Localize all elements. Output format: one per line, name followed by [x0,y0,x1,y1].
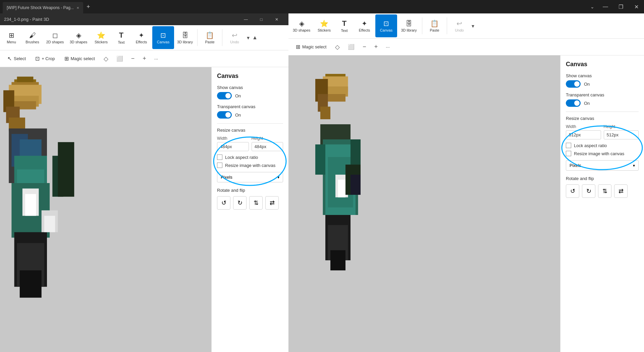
more-action-2[interactable]: ··· [383,43,392,51]
lock-aspect-row-2[interactable]: Lock aspect ratio [566,143,639,148]
show-canvas-value-1: On [235,93,241,98]
minus-action[interactable]: − [128,54,138,63]
toolbar-text[interactable]: T Text [112,26,130,49]
close-btn-1[interactable]: ✕ [269,13,284,25]
lock-aspect-row-1[interactable]: Lock aspect ratio [217,155,283,160]
show-canvas-toggle-1[interactable] [217,92,232,99]
lock-aspect-label-2: Lock aspect ratio [574,143,607,148]
rotate-right-btn-2[interactable]: ↻ [582,184,595,198]
lock-aspect-checkbox-1[interactable] [217,155,222,160]
more-action[interactable]: ··· [152,55,161,63]
toolbar-text-2[interactable]: T Text [335,14,354,37]
wh-row-1: Width Height [217,136,283,151]
browser-restore-button[interactable]: ❐ [613,0,629,13]
paint-window-2: ◈ 3D shapes ⭐ Stickers T Text ✦ Effects … [288,13,644,352]
toolbar-canvas[interactable]: ⊡ Canvas [152,26,174,49]
3d-library-label: 3D library [177,40,193,44]
flip-horizontal-btn-1[interactable]: ⇄ [265,196,279,210]
browser-close-button[interactable]: ✕ [629,0,644,13]
toolbar-3d-library[interactable]: 🗄 3D library [174,26,196,49]
undo-icon: ↩ [232,31,237,39]
width-label-1: Width [217,136,249,141]
rotate-right-btn-1[interactable]: ↻ [233,196,247,210]
rotate-icons-row-2: ↺ ↻ ⇅ ⇄ [566,184,639,198]
window-title-1: 234_1-0.png - Paint 3D [4,17,49,22]
flip-vertical-btn-1[interactable]: ⇅ [249,196,263,210]
toolbar-collapse[interactable]: ▲ [251,33,259,42]
lock-aspect-checkbox-2[interactable] [566,143,571,148]
browser-minimize-button[interactable]: — [598,0,613,13]
canvas-panel-title-2: Canvas [566,61,639,68]
toolbar-brushes[interactable]: 🖌 Brushes [21,26,43,49]
toolbar-canvas-2[interactable]: ⊡ Canvas [375,14,397,37]
magic-select-action[interactable]: ⊞ Magic select [61,54,98,63]
height-input-1[interactable] [252,142,283,151]
toolbar-3d-shapes-2[interactable]: ◈ 3D shapes [290,14,313,37]
toolbar-effects-2[interactable]: ✦ Effects [354,14,375,37]
toolbar-paste[interactable]: 📋 Paste [199,26,221,49]
lock-aspect-label-1: Lock aspect ratio [225,155,258,160]
toolbar-undo[interactable]: ↩ Undo [224,26,246,49]
transparent-canvas-toggle-1[interactable] [217,111,232,119]
toolbar-menu[interactable]: ⊞ Menu [1,26,21,49]
toolbar-more-2[interactable]: ▾ [470,21,476,31]
toolbar-more-arrow[interactable]: ▾ [246,33,251,42]
wh-row-2: Width Height [566,124,639,139]
3d-library-label-2: 3D library [401,28,417,32]
fill-action[interactable]: ◇ [101,54,111,64]
minimize-btn-1[interactable]: — [238,13,254,25]
tab-close-icon[interactable]: ✕ [76,6,79,10]
toolbar-3d-shapes[interactable]: ◈ 3D shapes [67,26,90,49]
pixels-dropdown-1[interactable]: Pixels ▾ [217,172,283,182]
height-input-2[interactable] [604,130,639,139]
undo-label-2: Undo [455,28,464,32]
flip-vertical-btn-2[interactable]: ⇅ [598,184,611,198]
svg-rect-40 [330,250,345,270]
toolbar-paste-2[interactable]: 📋 Paste [424,14,445,37]
resize-image-row-2[interactable]: Resize image with canvas [566,151,639,156]
fill-action-2[interactable]: ◇ [332,42,342,52]
width-input-1[interactable] [217,142,249,151]
transparent-canvas-label-1: Transparent canvas [217,104,283,109]
canvas-panel-title-1: Canvas [217,73,283,80]
toolbar-effects[interactable]: ✦ Effects [130,26,152,49]
rotate-left-btn-1[interactable]: ↺ [217,196,230,210]
show-canvas-toggle-2[interactable] [566,80,581,88]
eraser-action[interactable]: ⬜ [114,54,126,63]
resize-image-checkbox-1[interactable] [217,163,222,168]
pixels-label-1: Pixels [221,175,232,180]
plus-action[interactable]: + [140,54,149,63]
crop-action[interactable]: ⊡ + Crop [32,54,58,63]
eraser-action-2[interactable]: ⬜ [345,42,357,51]
paint-window-1: 234_1-0.png - Paint 3D — □ ✕ ⊞ Menu 🖌 Br… [0,13,288,352]
minus-action-2[interactable]: − [360,42,369,52]
3d-library-icon: 🗄 [182,32,189,39]
rotate-icons-row-1: ↺ ↻ ⇅ ⇄ [217,196,283,210]
toolbar-stickers-2[interactable]: ⭐ Stickers [313,14,335,37]
select-action[interactable]: ↖ Select [4,54,29,63]
width-input-2[interactable] [566,130,601,139]
maximize-btn-1[interactable]: □ [254,13,269,25]
toolbar-separator-2a [422,17,422,34]
undo-icon-2: ↩ [457,19,462,28]
toolbar-stickers[interactable]: ⭐ Stickers [90,26,112,49]
toolbar-undo-2[interactable]: ↩ Undo [448,14,470,37]
resize-canvas-label-1: Resize canvas [217,128,283,133]
effects-icon: ✦ [139,31,144,39]
rotate-left-btn-2[interactable]: ↺ [566,184,579,198]
resize-image-row-1[interactable]: Resize image with canvas [217,163,283,168]
toolbar-separator-1 [197,29,198,46]
plus-action-2[interactable]: + [372,42,381,52]
toolbar-3d-library-2[interactable]: 🗄 3D library [397,14,421,37]
show-canvas-toggle-row-2: On [566,80,639,88]
new-tab-button[interactable]: + [83,2,94,12]
show-canvas-toggle-row-1: On [217,92,283,99]
pixels-dropdown-2[interactable]: Pixels ▾ [566,160,639,171]
magic-select-action-2[interactable]: ⊞ Magic select [292,42,330,51]
select-icon: ↖ [7,55,12,62]
toolbar-2d-shapes[interactable]: ◻ 2D shapes [43,26,67,49]
transparent-canvas-toggle-2[interactable] [566,99,581,107]
flip-horizontal-btn-2[interactable]: ⇄ [614,184,628,198]
resize-image-checkbox-2[interactable] [566,151,571,156]
browser-tab[interactable]: [WIP] Future Shock Weapons - Pag... ✕ [3,2,83,13]
